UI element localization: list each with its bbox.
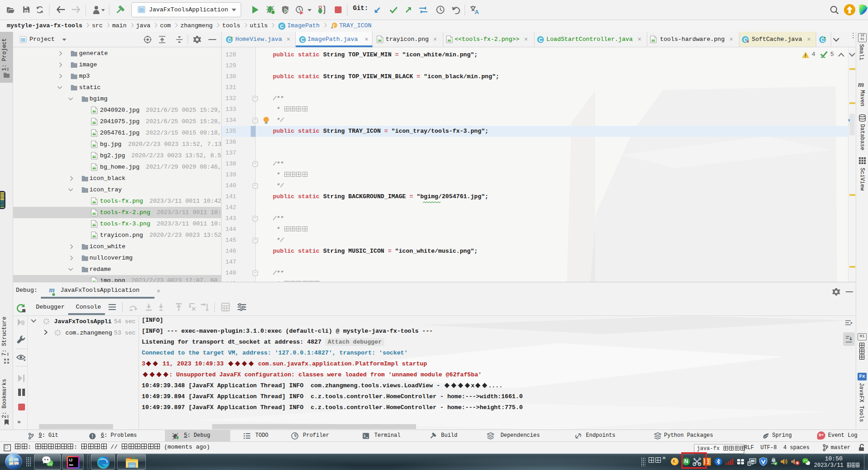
svg-text:C: C [280, 24, 284, 29]
svg-text:A: A [475, 9, 479, 15]
svg-text:9: 9 [21, 319, 25, 326]
